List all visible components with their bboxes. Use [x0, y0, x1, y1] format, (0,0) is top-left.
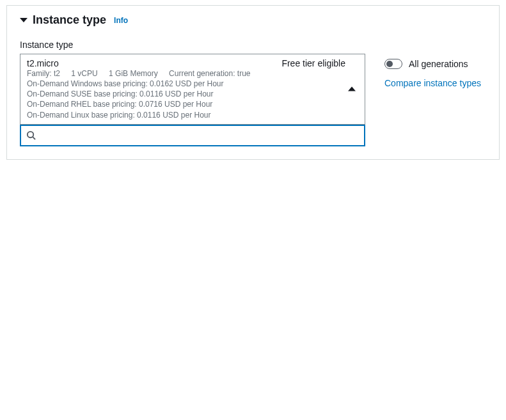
search-icon — [26, 130, 36, 140]
dropdown-caret-icon — [348, 87, 356, 91]
collapse-caret-icon[interactable] — [20, 18, 28, 22]
selected-specs: Family: t2 1 vCPU 1 GiB Memory Current g… — [27, 69, 345, 78]
instance-type-select[interactable]: t2.micro Free tier eligible Family: t2 1… — [20, 54, 365, 125]
svg-line-1 — [33, 137, 35, 140]
panel-body: Instance type t2.micro Free tier eligibl… — [20, 40, 486, 146]
all-generations-row: All generations — [384, 59, 481, 69]
search-input[interactable] — [41, 128, 359, 143]
field-label: Instance type — [20, 40, 365, 50]
svg-point-0 — [28, 132, 33, 137]
all-generations-label: All generations — [409, 59, 468, 69]
all-generations-toggle[interactable] — [384, 59, 402, 69]
info-link[interactable]: Info — [114, 16, 128, 25]
panel-header: Instance type Info — [20, 13, 486, 27]
instance-type-panel: Instance type Info Instance type t2.micr… — [6, 5, 500, 160]
free-tier-badge: Free tier eligible — [281, 58, 345, 68]
panel-title: Instance type — [33, 13, 106, 27]
compare-instance-types-link[interactable]: Compare instance types — [384, 78, 481, 88]
selected-instance-name: t2.micro — [27, 58, 59, 68]
instance-type-field: Instance type t2.micro Free tier eligibl… — [20, 40, 365, 146]
right-column: All generations Compare instance types — [384, 40, 481, 88]
selected-pricing: On-Demand Windows base pricing: 0.0162 U… — [27, 79, 345, 120]
instance-type-search — [20, 125, 365, 146]
